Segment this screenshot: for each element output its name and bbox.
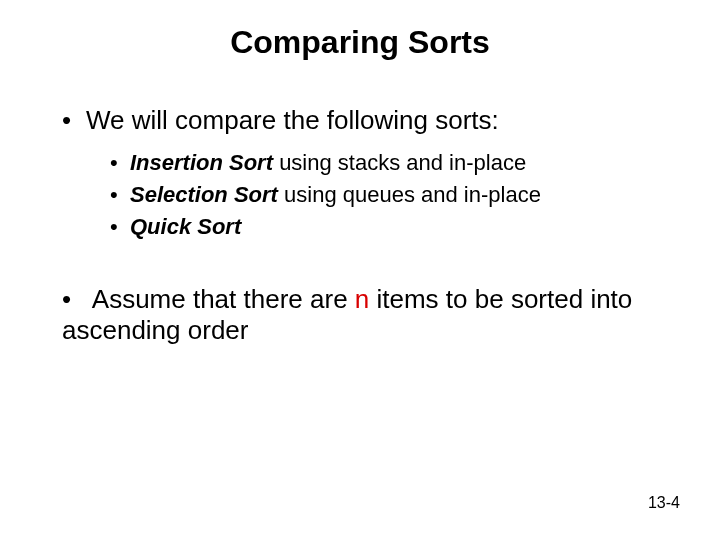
sort-name: Quick Sort (130, 214, 241, 239)
sort-detail: using stacks and in-place (273, 150, 526, 175)
assume-before: Assume that there are (86, 284, 355, 314)
bullet-icon: • (62, 284, 86, 315)
bullet-icon: • (62, 105, 86, 136)
page-number: 13-4 (648, 494, 680, 512)
slide-title: Comparing Sorts (50, 24, 670, 61)
intro-bullet: •We will compare the following sorts: (50, 105, 670, 136)
assume-text: • Assume that there are n items to be so… (62, 284, 670, 346)
sort-name: Insertion Sort (130, 150, 273, 175)
bullet-icon: • (110, 150, 130, 176)
assume-block: • Assume that there are n items to be so… (50, 284, 670, 346)
bullet-icon: • (110, 214, 130, 240)
list-item: •Insertion Sort using stacks and in-plac… (110, 150, 670, 176)
list-item: •Selection Sort using queues and in-plac… (110, 182, 670, 208)
list-item: •Quick Sort (110, 214, 670, 240)
sort-name: Selection Sort (130, 182, 278, 207)
intro-text: We will compare the following sorts: (86, 105, 499, 135)
n-variable: n (355, 284, 369, 314)
bullet-icon: • (110, 182, 130, 208)
sort-list: •Insertion Sort using stacks and in-plac… (50, 150, 670, 240)
sort-detail: using queues and in-place (278, 182, 541, 207)
